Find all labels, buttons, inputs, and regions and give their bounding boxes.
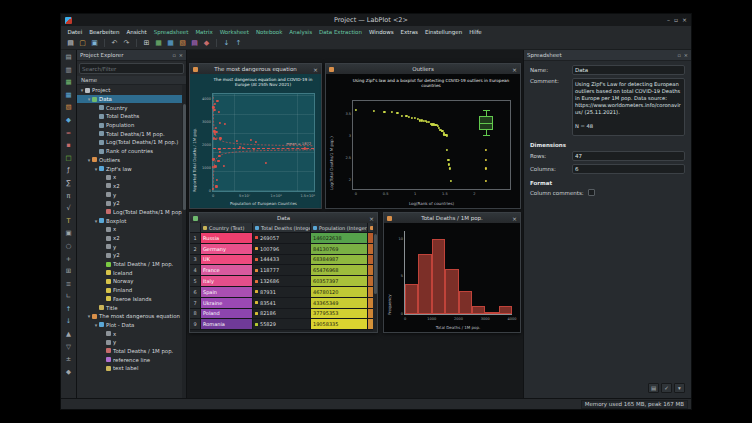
tree-item-log-total-deaths-1-m-pop[interactable]: Log(Total Deaths/1 M pop.)	[77, 208, 186, 217]
tree-item-project[interactable]: ▾Project	[77, 86, 186, 95]
tree-item-x2[interactable]: x2	[77, 182, 186, 191]
tree-item-x[interactable]: x	[77, 329, 186, 338]
cell-total-deaths[interactable]: 55829	[253, 319, 311, 330]
cell-total-deaths[interactable]: 82186	[253, 309, 311, 320]
project-explorer-icon[interactable]: ▤	[63, 52, 74, 62]
minimize-icon[interactable]: –	[667, 16, 670, 24]
cell-country[interactable]: Ukraine	[201, 298, 253, 309]
calculator-tool-icon[interactable]: ±	[63, 354, 74, 364]
cell-population[interactable]: 37795353	[311, 309, 368, 320]
tree-item-plot-data[interactable]: ▾Plot - Data	[77, 321, 186, 330]
properties-panel-icon[interactable]: ▥	[63, 65, 74, 75]
table-row[interactable]: 9Romania5582919058335	[190, 319, 377, 330]
maximize-icon[interactable]: ▫	[674, 16, 678, 24]
rows-input[interactable]	[572, 151, 685, 161]
close-icon[interactable]: ×	[512, 66, 517, 73]
cell-country[interactable]: Romania	[201, 319, 253, 330]
cell-total-deaths[interactable]: 269057	[253, 233, 311, 244]
tree-item-x[interactable]: x	[77, 173, 186, 182]
table-row[interactable]: 3UK14443368384987	[190, 255, 377, 266]
tree-item-boxplot[interactable]: ▾Boxplot	[77, 216, 186, 225]
new-matrix-icon[interactable]: ▦	[63, 90, 74, 100]
axis-tool-icon[interactable]: ∟	[63, 291, 74, 301]
cell-population[interactable]: 65476968	[311, 265, 368, 276]
histogram-tool-icon[interactable]: ▪	[63, 140, 74, 150]
subwindow-titlebar[interactable]: The most dangerous equation ×	[190, 64, 321, 74]
column-header-population-integer[interactable]: Population (Integer)	[311, 223, 368, 233]
menu-einstellungen[interactable]: Einstellungen	[421, 29, 465, 35]
sqrt-tool-icon[interactable]: √	[63, 203, 74, 213]
new-worksheet-icon[interactable]: ▧	[63, 102, 74, 112]
import-tool-icon[interactable]: ↓	[63, 316, 74, 326]
cell-country[interactable]: Russia	[201, 233, 253, 244]
menu-ansicht[interactable]: Ansicht	[123, 29, 150, 35]
new-datapicker-icon[interactable]: ◆	[201, 38, 212, 49]
cell-population[interactable]: 68384987	[311, 255, 368, 266]
table-row[interactable]: 2Germany10079684130769	[190, 244, 377, 255]
filter-tool-icon[interactable]: ▽	[63, 342, 74, 352]
export-tool-icon[interactable]: ↑	[63, 304, 74, 314]
subwindow-titlebar[interactable]: Data ×	[190, 213, 377, 223]
sort-tool-icon[interactable]: ▲	[63, 329, 74, 339]
cell-total-deaths[interactable]: 132686	[253, 276, 311, 287]
tree-item-reference-line[interactable]: reference line	[77, 355, 186, 364]
window-outliers[interactable]: Outliers × Using Zipf's law and a boxplo…	[325, 63, 521, 209]
cell-population[interactable]: 60357397	[311, 276, 368, 287]
close-icon[interactable]: ×	[684, 52, 688, 58]
cell-population[interactable]: 84130769	[311, 244, 368, 255]
close-icon[interactable]: ×	[179, 52, 183, 58]
tree-item-x[interactable]: x	[77, 225, 186, 234]
tree-item-y[interactable]: y	[77, 242, 186, 251]
scrollbar-thumb[interactable]	[374, 234, 377, 294]
export-data-icon[interactable]: ↑	[233, 38, 244, 49]
redo-icon[interactable]: ↷	[121, 38, 132, 49]
cell-total-deaths[interactable]: 118777	[253, 265, 311, 276]
tree-item-total-deaths-1m-pop[interactable]: Total Deaths / 1M pop.	[77, 260, 186, 269]
new-spreadsheet-icon[interactable]: ▦	[153, 38, 164, 49]
text-label-tool-icon[interactable]: T	[63, 216, 74, 226]
menu-bearbeiten[interactable]: Bearbeiten	[86, 29, 123, 35]
menu-matrix[interactable]: Matrix	[192, 29, 216, 35]
tree-item-total-deaths[interactable]: Total Deaths	[77, 112, 186, 121]
menu-worksheet[interactable]: Worksheet	[216, 29, 252, 35]
cell-population[interactable]: 43365349	[311, 298, 368, 309]
tree-item-population[interactable]: Population	[77, 121, 186, 130]
tree-item-total-deaths-1-m-pop[interactable]: Total Deaths/1 M pop.	[77, 129, 186, 138]
tree-item-iceland[interactable]: Iceland	[77, 268, 186, 277]
cell-country[interactable]: Italy	[201, 276, 253, 287]
table-row[interactable]: 1Russia269057146022638	[190, 233, 377, 244]
window-histogram[interactable]: Total Deaths / 1M pop. × 010002000300040…	[383, 212, 521, 333]
settings-tool-icon[interactable]: ◆	[63, 367, 74, 377]
tree-item-finland[interactable]: Finland	[77, 286, 186, 295]
subwindow-titlebar[interactable]: Outliers ×	[326, 64, 520, 74]
tree-item-faeroe-islands[interactable]: Faeroe Islands	[77, 295, 186, 304]
scrollbar-thumb[interactable]	[183, 104, 186, 210]
new-folder-icon[interactable]: ⊞	[141, 38, 152, 49]
table-row[interactable]: 5Italy13268660357397	[190, 276, 377, 287]
menu-data-extraction[interactable]: Data Extraction	[316, 29, 366, 35]
tree-item-rank-of-countries[interactable]: Rank of countries	[77, 147, 186, 156]
image-tool-icon[interactable]: ▣	[63, 228, 74, 238]
tree-item-y2[interactable]: y2	[77, 199, 186, 208]
search-input[interactable]	[82, 66, 181, 72]
xy-curve-icon[interactable]: ≈	[63, 128, 74, 138]
table-row[interactable]: 8Poland8218637795353	[190, 309, 377, 320]
tree-item-x2[interactable]: x2	[77, 234, 186, 243]
project-explorer-titlebar[interactable]: Project Explorer ▫ ×	[77, 50, 186, 61]
menu-spreadsheet[interactable]: Spreadsheet	[150, 29, 192, 35]
cell-total-deaths[interactable]: 100796	[253, 244, 311, 255]
cell-country[interactable]: UK	[201, 255, 253, 266]
subwindow-titlebar[interactable]: Total Deaths / 1M pop. ×	[384, 213, 520, 223]
tree-item-text-label[interactable]: text label	[77, 364, 186, 373]
window-most-dangerous-equation[interactable]: The most dangerous equation × The most d…	[189, 63, 322, 209]
tree-column-header[interactable]: Name	[77, 76, 186, 85]
column-header-country-text[interactable]: Country (Text)	[201, 223, 253, 233]
close-icon[interactable]: ×	[313, 66, 318, 73]
options-button[interactable]: ▾	[674, 383, 685, 393]
cell-population[interactable]: 46780120	[311, 287, 368, 298]
comment-textarea[interactable]: Using Zipf's Law for detecting European …	[572, 78, 685, 136]
tree-item-zipf-s-law[interactable]: ▾Zipf's law	[77, 164, 186, 173]
titlebar[interactable]: Project — LabPlot <2> –▫×	[61, 14, 691, 26]
cell-country[interactable]: France	[201, 265, 253, 276]
constant-tool-icon[interactable]: π	[63, 191, 74, 201]
